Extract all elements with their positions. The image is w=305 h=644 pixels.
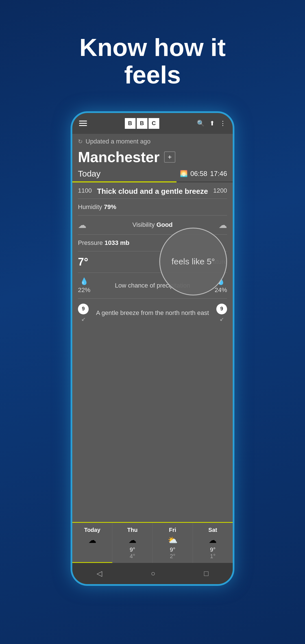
forecast-fri-icon: ⛅ xyxy=(168,536,178,545)
recents-button[interactable]: □ xyxy=(198,567,214,580)
today-label: Today xyxy=(78,169,101,179)
forecast-sat-icon: ☁ xyxy=(209,536,217,545)
humidity-row: Humidity 79% xyxy=(78,202,227,212)
forecast-sat-high: 9° xyxy=(210,547,215,553)
location-name: Manchester xyxy=(78,149,160,166)
time-end: 1200 xyxy=(213,187,227,194)
wind-badge-right: 9 xyxy=(216,304,227,314)
sun-times: 🌅 06:58 17:46 xyxy=(180,170,227,178)
pressure-label: Pressure 1033 mb xyxy=(78,239,129,247)
today-row: Today 🌅 06:58 17:46 xyxy=(72,168,233,181)
visibility-value: Good xyxy=(156,221,173,228)
forecast-fri[interactable]: Fri ⛅ 9° 2° xyxy=(153,523,193,563)
add-location-button[interactable]: + xyxy=(164,151,175,163)
updated-text: Updated a moment ago xyxy=(86,138,151,145)
forecast-thu[interactable]: Thu ☁ 9° 4° xyxy=(112,523,152,563)
forecast-bar: Today ☁ Thu ☁ 9° 4° Fri ⛅ 9° 2° xyxy=(72,522,233,563)
precip-icon-left: 💧 xyxy=(80,277,88,285)
top-bar: B B C 🔍 ⬆ ⋮ xyxy=(72,113,233,134)
forecast-thu-high: 9° xyxy=(130,547,135,553)
forecast-thu-low: 4° xyxy=(130,553,135,560)
forecast-sat-temps: 9° 1° xyxy=(210,547,215,560)
forecast-today-label: Today xyxy=(84,527,100,533)
cloud-icon-right: ☁ xyxy=(219,220,227,230)
forecast-fri-temps: 9° 2° xyxy=(170,547,175,560)
forecast-fri-high: 9° xyxy=(170,547,175,553)
sunset-time: 17:46 xyxy=(210,170,227,178)
updated-bar: ↻ Updated a moment ago xyxy=(72,134,233,147)
forecast-thu-temps: 9° 4° xyxy=(130,547,135,560)
more-icon[interactable]: ⋮ xyxy=(220,120,226,127)
condition-text: Thick cloud and a gentle breeze xyxy=(92,187,213,196)
weather-panel: 1100 Thick cloud and a gentle breeze 120… xyxy=(72,182,233,522)
search-icon[interactable]: 🔍 xyxy=(197,120,204,127)
share-icon[interactable]: ⬆ xyxy=(210,120,215,127)
precip-pct-right: 24% xyxy=(215,286,227,294)
top-icons: 🔍 ⬆ ⋮ xyxy=(197,120,226,127)
forecast-thu-icon: ☁ xyxy=(128,536,136,545)
time-start: 1100 xyxy=(78,187,92,194)
weather-content: ↻ Updated a moment ago Manchester + Toda… xyxy=(72,134,233,584)
humidity-value: 79% xyxy=(104,203,116,210)
menu-button[interactable] xyxy=(79,121,87,126)
feels-like-text: feels like 5° xyxy=(171,257,215,266)
back-button[interactable]: ◁ xyxy=(91,567,108,580)
temperature-value: 7° xyxy=(78,256,88,268)
feels-like-overlay: feels like 5° xyxy=(159,228,227,295)
pressure-value: 1033 mb xyxy=(104,239,129,246)
bbc-logo: B B C xyxy=(125,118,159,129)
nav-bar: ◁ ○ □ xyxy=(72,563,233,584)
forecast-today-icon: ☁ xyxy=(88,536,96,545)
phone-frame: B B C 🔍 ⬆ ⋮ ↻ Updated a moment ago Manch… xyxy=(71,111,234,586)
wind-badge-left: 9 xyxy=(78,304,89,314)
sunrise-icon: 🌅 xyxy=(180,170,188,177)
forecast-thu-label: Thu xyxy=(127,527,138,533)
humidity-label: Humidity 79% xyxy=(78,203,116,211)
cloud-icon-left: ☁ xyxy=(78,220,86,230)
visibility-label: Visibility Good xyxy=(132,221,173,229)
wind-label: A gentle breeze from the north north eas… xyxy=(89,309,216,317)
forecast-fri-low: 2° xyxy=(170,553,175,560)
forecast-sat-low: 1° xyxy=(210,553,215,560)
refresh-icon: ↻ xyxy=(78,138,83,145)
wind-row: 9 ↙ A gentle breeze from the north north… xyxy=(78,301,227,325)
forecast-today[interactable]: Today ☁ xyxy=(72,523,112,563)
forecast-sat[interactable]: Sat ☁ 9° 1° xyxy=(193,523,233,563)
forecast-fri-label: Fri xyxy=(169,527,176,533)
time-condition-row: 1100 Thick cloud and a gentle breeze 120… xyxy=(78,187,227,196)
sunrise-time: 06:58 xyxy=(190,170,207,178)
precip-pct-left: 22% xyxy=(78,286,90,294)
home-button[interactable]: ○ xyxy=(145,567,161,580)
headline: Know how it feels xyxy=(62,34,243,89)
location-row: Manchester + xyxy=(72,147,233,168)
forecast-sat-label: Sat xyxy=(208,527,217,533)
